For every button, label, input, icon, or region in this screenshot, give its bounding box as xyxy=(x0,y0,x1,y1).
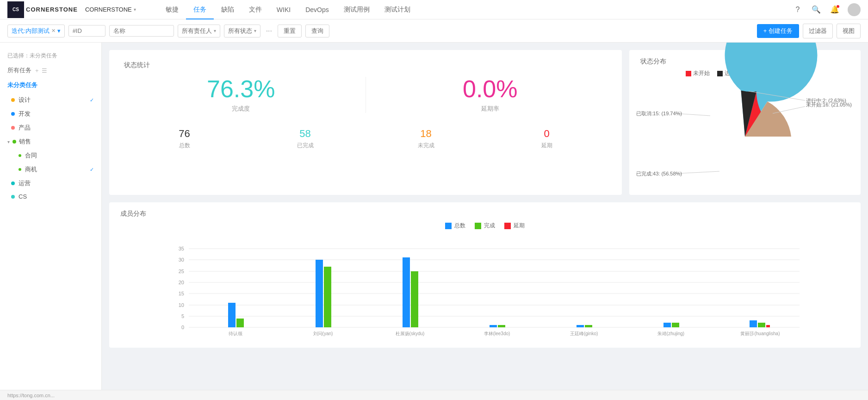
svg-rect-47 xyxy=(758,323,765,327)
sidebar-all-tasks[interactable]: 所有任务 + ☰ xyxy=(0,63,101,77)
sidebar-sub-item-business[interactable]: 商机 ✓ xyxy=(0,162,101,176)
svg-rect-0 xyxy=(686,71,691,76)
sidebar-sub-item-label: 商机 xyxy=(25,165,37,174)
close-icon[interactable]: ✕ xyxy=(51,28,56,34)
more-icon[interactable]: ··· xyxy=(264,27,274,35)
id-input[interactable] xyxy=(68,25,105,37)
stats-panel: 状态统计 76.3% 完成度 0.0% 延期率 76 总数 xyxy=(109,50,622,195)
chevron-down-icon: ▾ xyxy=(7,139,10,144)
reset-button[interactable]: 重置 xyxy=(278,25,302,38)
svg-text:朱靖(zhujing): 朱靖(zhujing) xyxy=(657,331,684,336)
sprint-selector[interactable]: 迭代:内部测试 ✕ ▾ xyxy=(7,25,65,38)
svg-rect-35 xyxy=(411,271,418,327)
sidebar: 已选择：未分类任务 所有任务 + ☰ 未分类任务 设计 ✓ 开发 产品 ▾ 销售 xyxy=(0,43,102,400)
header: CS CORNERSTONE CORNERSTONE ▾ 敏捷 任务 缺陷 文件… xyxy=(0,0,868,19)
header-right: ? 🔍 🔔 xyxy=(792,3,861,16)
bar-legend-label: 延期 xyxy=(514,222,525,230)
svg-rect-31 xyxy=(316,260,323,327)
help-icon[interactable]: ? xyxy=(792,4,803,15)
count-completed-value: 58 xyxy=(245,128,366,140)
svg-rect-44 xyxy=(672,323,679,327)
svg-text:0: 0 xyxy=(181,325,184,330)
sidebar-actions: + ☰ xyxy=(35,67,47,74)
chevron-down-icon: ▾ xyxy=(57,27,61,34)
name-input[interactable] xyxy=(109,25,174,37)
nav-item-bugs[interactable]: 缺陷 xyxy=(214,0,242,19)
nav-item-test-plans[interactable]: 测试计划 xyxy=(377,0,418,19)
assignee-dropdown[interactable]: 所有责任人 ▾ xyxy=(178,25,220,38)
sidebar-sub-item-contract[interactable]: 合同 xyxy=(0,149,101,162)
add-icon[interactable]: + xyxy=(35,67,39,74)
logo-text: CORNERSTONE xyxy=(26,6,78,13)
query-button[interactable]: 查询 xyxy=(305,25,329,38)
dot-icon xyxy=(19,154,21,157)
dot-icon xyxy=(11,112,15,116)
legend-label: 未开始 xyxy=(693,69,710,77)
sidebar-section-uncategorized[interactable]: 未分类任务 xyxy=(0,77,101,93)
svg-rect-48 xyxy=(766,325,770,327)
sidebar-item-product[interactable]: 产品 xyxy=(0,121,101,135)
chevron-down-icon: ▾ xyxy=(134,7,136,12)
sidebar-sub-item-label: 合同 xyxy=(25,151,37,160)
view-button[interactable]: 视图 xyxy=(837,24,861,38)
svg-text:刘问(yan): 刘问(yan) xyxy=(313,331,333,336)
svg-line-10 xyxy=(676,171,719,174)
stats-panel-title: 状态统计 xyxy=(124,61,607,69)
sidebar-item-dev[interactable]: 开发 xyxy=(0,107,101,121)
create-task-button[interactable]: + 创建任务 xyxy=(757,24,799,38)
notification-icon[interactable]: 🔔 xyxy=(829,4,840,15)
status-bar: https://tong.com.cn... xyxy=(0,390,868,400)
nav-item-tasks[interactable]: 任务 xyxy=(186,0,214,19)
completion-rate-label: 完成度 xyxy=(124,105,358,113)
svg-text:15: 15 xyxy=(179,291,184,296)
avatar[interactable] xyxy=(848,3,861,16)
nav-item-test-cases[interactable]: 测试用例 xyxy=(336,0,377,19)
all-tasks-label: 所有任务 xyxy=(7,66,31,75)
chevron-down-icon: ▾ xyxy=(214,28,216,33)
count-delayed-value: 0 xyxy=(486,128,607,140)
sidebar-item-design[interactable]: 设计 ✓ xyxy=(0,93,101,107)
filter-button[interactable]: 过滤器 xyxy=(803,24,833,38)
nav-item-agile[interactable]: 敏捷 xyxy=(158,0,186,19)
content-area: 状态统计 76.3% 完成度 0.0% 延期率 76 总数 xyxy=(102,43,868,400)
svg-rect-28 xyxy=(228,303,236,327)
sidebar-item-operations[interactable]: 运营 xyxy=(0,176,101,190)
toolbar: 迭代:内部测试 ✕ ▾ 所有责任人 ▾ 所有状态 ▾ ··· 重置 查询 + 创… xyxy=(0,19,868,43)
svg-text:10: 10 xyxy=(179,302,184,308)
dot-icon xyxy=(11,181,15,185)
bar-legend: 总数 完成 延期 xyxy=(120,222,849,230)
menu-icon[interactable]: ☰ xyxy=(42,67,47,74)
sidebar-group-sales[interactable]: ▾ 销售 xyxy=(0,135,101,149)
count-incomplete: 18 未完成 xyxy=(366,128,486,150)
check-icon: ✓ xyxy=(90,167,94,173)
count-completed-label: 已完成 xyxy=(245,142,366,150)
nav-item-wiki[interactable]: WIKI xyxy=(269,0,298,19)
nav-item-files[interactable]: 文件 xyxy=(242,0,269,19)
project-selector[interactable]: CORNERSTONE ▾ xyxy=(81,4,140,15)
count-delayed-label: 延期 xyxy=(486,142,607,150)
svg-text:李林(lee3do): 李林(lee3do) xyxy=(484,331,510,336)
logo-icon[interactable]: CS xyxy=(7,1,24,18)
svg-rect-29 xyxy=(236,319,244,327)
sidebar-item-label: 产品 xyxy=(19,124,31,132)
dot-icon xyxy=(12,140,16,144)
sidebar-item-cs[interactable]: CS xyxy=(0,190,101,203)
bar-legend-label: 完成 xyxy=(484,222,495,230)
sprint-label: 迭代:内部测试 xyxy=(12,27,50,35)
pie-panel: 状态分布 未开始 进行中 已完成 xyxy=(629,50,861,195)
nav-item-devops[interactable]: DevOps xyxy=(298,0,336,19)
sidebar-selected-label: 已选择：未分类任务 xyxy=(0,48,101,63)
sidebar-group-label: 销售 xyxy=(19,138,31,146)
delay-rate-label: 延期率 xyxy=(373,105,608,113)
completion-rate-value: 76.3% xyxy=(124,77,358,101)
svg-rect-43 xyxy=(663,323,671,327)
count-total-value: 76 xyxy=(124,128,245,140)
nav-menu: 敏捷 任务 缺陷 文件 WIKI DevOps 测试用例 测试计划 xyxy=(158,0,792,19)
status-dropdown[interactable]: 所有状态 ▾ xyxy=(224,25,260,38)
search-icon[interactable]: 🔍 xyxy=(811,4,822,15)
dot-icon xyxy=(11,126,15,130)
svg-rect-37 xyxy=(490,325,497,327)
delay-rate-item: 0.0% 延期率 xyxy=(373,77,608,113)
svg-text:20: 20 xyxy=(179,280,184,285)
bar-legend-delayed: 延期 xyxy=(504,222,525,230)
